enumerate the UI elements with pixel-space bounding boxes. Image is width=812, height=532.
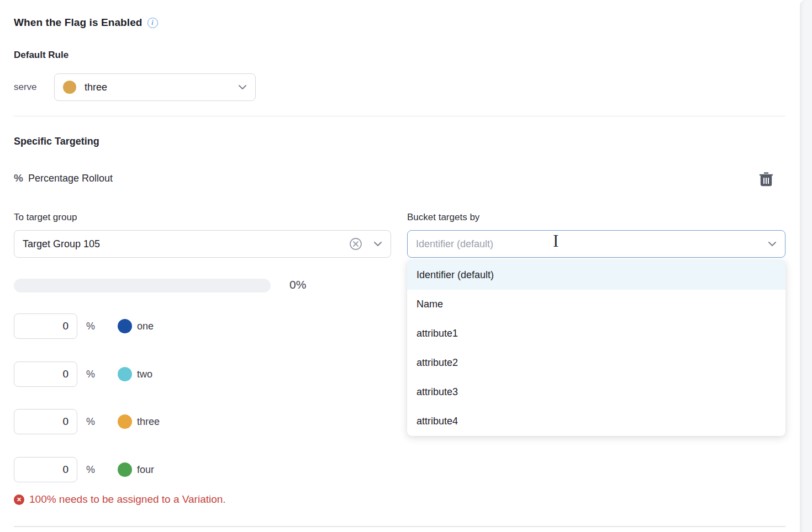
variation-color-dot [118, 319, 132, 333]
variation-row: % four [14, 457, 154, 482]
serve-variation-value: three [85, 82, 107, 93]
circle-x-icon[interactable] [349, 237, 362, 251]
validation-error-message: 100% needs to be assigned to a Variation… [29, 493, 226, 506]
variation-weight-input[interactable] [14, 409, 77, 434]
variation-color-dot [118, 414, 132, 429]
target-group-label: To target group [14, 212, 77, 223]
bucket-targets-by-label: Bucket targets by [407, 212, 479, 223]
serve-variation-select[interactable]: three [54, 73, 256, 101]
dropdown-option-name[interactable]: Name [407, 290, 785, 319]
variation-row: % two [14, 361, 152, 387]
bucket-targets-dropdown-menu: Identifier (default) Name attribute1 att… [407, 260, 785, 436]
dropdown-option-attribute3[interactable]: attribute3 [407, 377, 785, 407]
variation-name: four [137, 464, 154, 476]
variation-weight-input[interactable] [14, 313, 77, 339]
variation-weight-input[interactable] [14, 457, 77, 482]
page-title: When the Flag is Enabled i [14, 17, 158, 29]
percent-sign: % [86, 464, 98, 476]
section-divider [14, 526, 785, 527]
variation-name: three [137, 416, 160, 428]
rollout-progress-bar [14, 279, 271, 292]
delete-rollout-button[interactable] [758, 171, 774, 189]
info-icon[interactable]: i [147, 18, 158, 28]
flag-targeting-panel: When the Flag is Enabled i Default Rule … [0, 0, 812, 532]
percentage-rollout-header: % Percentage Rollout [14, 172, 113, 184]
section-divider [14, 116, 785, 116]
variation-color-dot [118, 367, 132, 381]
specific-targeting-heading: Specific Targeting [14, 136, 99, 147]
dropdown-option-attribute2[interactable]: attribute2 [407, 348, 785, 377]
validation-error: ✕ 100% needs to be assigned to a Variati… [14, 493, 226, 506]
dropdown-option-attribute4[interactable]: attribute4 [407, 407, 785, 436]
variation-color-dot [63, 81, 76, 94]
serve-label: serve [14, 82, 54, 93]
variation-row: % one [14, 313, 154, 339]
percent-icon: % [14, 172, 23, 184]
percentage-rollout-label: Percentage Rollout [28, 173, 113, 184]
default-rule-heading: Default Rule [14, 50, 68, 61]
default-rule-serve-row: serve three [14, 73, 256, 101]
variation-name: two [137, 369, 152, 380]
percent-sign: % [86, 369, 98, 380]
percent-sign: % [86, 321, 98, 332]
dropdown-option-attribute1[interactable]: attribute1 [407, 319, 785, 348]
variation-weight-input[interactable] [14, 361, 77, 387]
dropdown-option-identifier-default[interactable]: Identifier (default) [407, 260, 785, 290]
rollout-progress-value: 0% [289, 278, 306, 291]
chevron-down-icon [768, 241, 777, 247]
variation-color-dot [118, 462, 132, 477]
percent-sign: % [86, 416, 98, 428]
page-title-text: When the Flag is Enabled [14, 17, 143, 29]
bucket-targets-by-input[interactable] [416, 238, 768, 250]
chevron-down-icon [373, 241, 382, 247]
target-group-value: Target Group 105 [23, 238, 100, 250]
variation-row: % three [14, 409, 160, 434]
variation-name: one [137, 321, 154, 332]
target-group-select[interactable]: Target Group 105 [14, 230, 391, 258]
error-x-icon: ✕ [14, 494, 24, 505]
chevron-down-icon [238, 84, 247, 90]
trash-icon [758, 181, 774, 189]
page-background-gutter [800, 0, 812, 532]
bucket-targets-by-select[interactable] [407, 230, 785, 258]
